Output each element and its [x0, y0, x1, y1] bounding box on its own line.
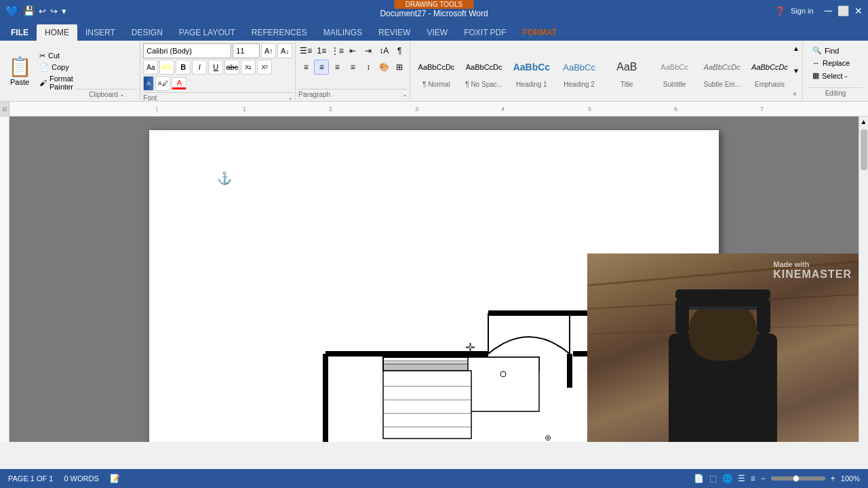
borders-btn[interactable]: ⊞ — [392, 60, 407, 75]
font-name-input[interactable] — [143, 43, 231, 58]
restore-btn[interactable]: ⬜ — [837, 5, 849, 16]
bullets-btn[interactable]: ☰≡ — [298, 43, 313, 58]
paragraph-expand-icon[interactable]: ⬩ — [403, 91, 407, 98]
underline-btn[interactable]: U — [208, 60, 223, 75]
font-size-input[interactable] — [233, 43, 260, 58]
editing-group-label: Editing — [825, 89, 846, 97]
replace-button[interactable]: ↔ Replace — [808, 58, 863, 68]
tab-page-layout[interactable]: PAGE LAYOUT — [171, 24, 243, 41]
tab-review[interactable]: REVIEW — [370, 24, 418, 41]
strikethrough-btn[interactable]: abc — [224, 60, 239, 75]
document-area[interactable]: ⚓ — [9, 117, 859, 442]
sort-btn[interactable]: ↕A — [376, 43, 391, 58]
sign-in-text[interactable]: Sign in — [791, 7, 814, 15]
increase-indent-btn[interactable]: ⇥ — [361, 43, 376, 58]
proofing-icon[interactable]: 📝 — [110, 474, 120, 483]
bold-btn[interactable]: B — [176, 60, 191, 75]
ribbon: 📋 Paste ✂ Cut 📄 Copy 🖌 Format Painter Cl… — [0, 41, 868, 102]
help-icon[interactable]: ❓ — [774, 6, 785, 16]
document-title: Document27 - Microsoft Word — [380, 9, 488, 18]
clipboard-expand-icon[interactable]: ⬩ — [120, 91, 124, 98]
word-count: 0 WORDS — [64, 474, 98, 483]
align-right-btn[interactable]: ≡ — [330, 60, 344, 75]
print-layout-btn[interactable]: 📄 — [694, 474, 704, 483]
vertical-scrollbar[interactable]: ▲ — [859, 117, 868, 442]
text-highlight-btn[interactable]: A✎ — [159, 60, 174, 75]
style-subtle-emphasis[interactable]: AaBbCcDc Subtle Em... — [699, 51, 745, 91]
webcam-overlay: Made with KINEMASTER — [587, 253, 859, 442]
shading-btn[interactable]: 🎨 — [376, 60, 391, 75]
scroll-up-arrow[interactable]: ▲ — [859, 117, 868, 127]
style-no-spacing[interactable]: AaBbCcDc ¶ No Spac... — [461, 51, 507, 91]
svg-rect-24 — [383, 371, 471, 439]
style-title[interactable]: AaB Title — [604, 51, 650, 91]
cut-label: Cut — [48, 52, 60, 60]
align-left-btn[interactable]: ≡ — [298, 60, 313, 75]
draft-btn[interactable]: ≡ — [751, 474, 755, 483]
font-grow-btn[interactable]: A↑ — [261, 43, 276, 58]
zoom-out-btn[interactable]: − — [761, 474, 766, 483]
subscript-btn[interactable]: X₂ — [241, 60, 256, 75]
font-shrink-btn[interactable]: A↓ — [277, 43, 292, 58]
replace-label: Replace — [823, 59, 850, 67]
full-screen-btn[interactable]: ⬚ — [709, 474, 717, 483]
clipboard-right: ✂ Cut 📄 Copy 🖌 Format Painter — [37, 43, 76, 98]
scroll-thumb[interactable] — [861, 129, 867, 170]
text-effects-btn[interactable]: A — [143, 76, 154, 91]
style-normal-preview: AaBbCcDc — [416, 54, 456, 81]
change-case-btn[interactable]: Aa — [143, 60, 158, 75]
font-color-btn[interactable]: A — [172, 77, 186, 89]
numbering-btn[interactable]: 1≡ — [314, 43, 329, 58]
style-subtitle[interactable]: AaBbCc Subtitle — [651, 51, 697, 91]
tab-home[interactable]: HOME — [37, 24, 77, 41]
justify-btn[interactable]: ≡ — [345, 60, 360, 75]
style-normal[interactable]: AaBbCcDc ¶ Normal — [413, 51, 459, 91]
select-button[interactable]: ▦ Select - — [808, 70, 863, 81]
close-btn[interactable]: ✕ — [854, 5, 863, 16]
show-marks-btn[interactable]: ¶ — [392, 43, 407, 58]
align-center-btn[interactable]: ≡ — [314, 60, 329, 75]
quick-access-redo[interactable]: ↪ — [50, 6, 58, 16]
style-heading1-preview: AaBbCc — [511, 54, 552, 81]
copy-button[interactable]: 📄 Copy — [37, 62, 76, 73]
tab-mailings[interactable]: MAILINGS — [315, 24, 370, 41]
style-heading2[interactable]: AaBbCc Heading 2 — [556, 51, 602, 91]
quick-access-undo[interactable]: ↩ — [39, 6, 46, 16]
line-spacing-btn[interactable]: ↕ — [361, 60, 376, 75]
editing-group: 🔍 Find ↔ Replace ▦ Select - Editing — [803, 42, 868, 100]
web-layout-btn[interactable]: 🌐 — [722, 474, 732, 483]
tab-insert[interactable]: INSERT — [77, 24, 123, 41]
tab-view[interactable]: VIEW — [418, 24, 456, 41]
text-highlight-color-btn[interactable]: A🖊 — [155, 76, 170, 91]
multilevel-list-btn[interactable]: ⋮≡ — [330, 43, 344, 58]
style-subtle-emphasis-label: Subtle Em... — [704, 81, 741, 88]
paste-button[interactable]: 📋 Paste — [3, 43, 37, 98]
quick-access-save[interactable]: 💾 — [23, 5, 35, 16]
paste-icon: 📋 — [8, 56, 32, 78]
vertical-ruler — [0, 117, 9, 442]
style-emphasis[interactable]: AaBbCcDc Emphasis — [747, 51, 793, 91]
italic-btn[interactable]: I — [192, 60, 207, 75]
outline-btn[interactable]: ☰ — [738, 474, 745, 483]
tab-references[interactable]: REFERENCES — [243, 24, 315, 41]
zoom-slider[interactable] — [771, 476, 825, 481]
font-expand-icon[interactable]: ⬩ — [288, 94, 292, 102]
cut-button[interactable]: ✂ Cut — [37, 51, 76, 61]
decrease-indent-btn[interactable]: ⇤ — [345, 43, 360, 58]
title-bar-right: ❓ Sign in ─ ⬜ ✕ — [774, 5, 863, 17]
styles-scroll-down[interactable]: ▼ — [793, 67, 800, 75]
styles-scroll-up[interactable]: ▲ — [793, 45, 800, 52]
quick-access-more[interactable]: ▾ — [62, 6, 66, 16]
styles-expand[interactable]: ⬦ — [793, 89, 800, 97]
format-painter-button[interactable]: 🖌 Format Painter — [37, 74, 76, 92]
tab-design[interactable]: DESIGN — [123, 24, 171, 41]
tab-format[interactable]: FORMAT — [515, 24, 565, 41]
minimize-btn[interactable]: ─ — [825, 5, 832, 17]
status-bar: PAGE 1 OF 1 0 WORDS 📝 📄 ⬚ 🌐 ☰ ≡ − + 100% — [0, 469, 868, 488]
style-heading1[interactable]: AaBbCc Heading 1 — [509, 51, 555, 91]
tab-file[interactable]: FILE — [3, 24, 37, 41]
superscript-btn[interactable]: X² — [257, 60, 272, 75]
tab-foxit-pdf[interactable]: FOXIT PDF — [456, 24, 514, 41]
find-button[interactable]: 🔍 Find — [808, 45, 863, 56]
zoom-in-btn[interactable]: + — [831, 474, 835, 483]
